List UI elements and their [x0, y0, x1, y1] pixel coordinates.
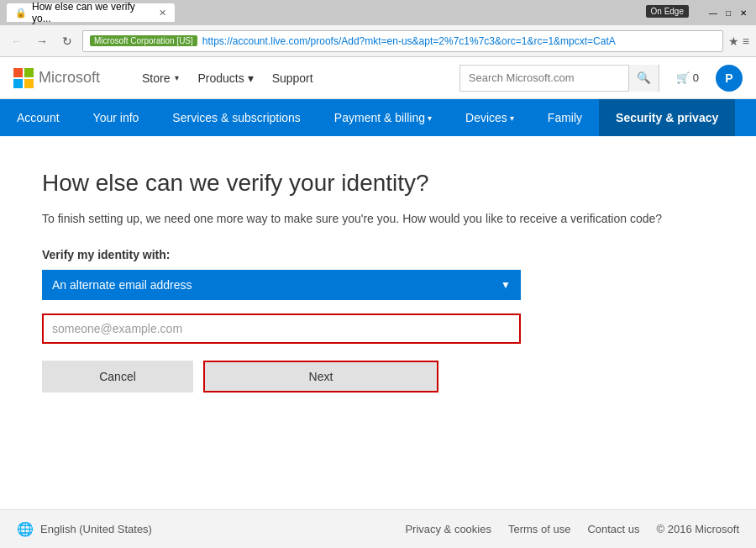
url-text: https://account.live.com/proofs/Add?mkt=…	[202, 35, 616, 47]
nav-devices[interactable]: Devices ▾	[449, 99, 531, 136]
nav-security-privacy[interactable]: Security & privacy	[599, 99, 735, 136]
email-input-wrap	[42, 314, 714, 344]
button-row: Cancel Next	[42, 361, 714, 393]
nav-store[interactable]: Store ▾	[134, 68, 187, 88]
browser-tab[interactable]: 🔒 How else can we verify yo... ✕	[7, 3, 175, 22]
page-title: How else can we verify your identity?	[42, 170, 714, 197]
minimize-button[interactable]: —	[707, 7, 719, 18]
devices-chevron: ▾	[510, 113, 514, 123]
footer-links: Privacy & cookies Terms of use Contact u…	[405, 523, 739, 535]
globe-icon: 🌐	[17, 521, 34, 537]
menu-icon[interactable]: ≡	[743, 34, 749, 48]
address-bar: ← → ↻ Microsoft Corporation [US] https:/…	[0, 25, 756, 57]
nav-services-subscriptions[interactable]: Services & subscriptions	[155, 99, 318, 136]
address-bar-icons: ★ ≡	[728, 34, 749, 48]
nav-payment-billing[interactable]: Payment & billing ▾	[318, 99, 449, 136]
account-nav: Account Your info Services & subscriptio…	[0, 99, 756, 136]
nav-your-info[interactable]: Your info	[76, 99, 156, 136]
close-button[interactable]: ✕	[738, 7, 749, 18]
next-button[interactable]: Next	[203, 361, 438, 393]
user-avatar[interactable]: P	[716, 65, 743, 92]
main-content: How else can we verify your identity? To…	[0, 136, 756, 426]
window-controls: — □ ✕	[707, 7, 749, 18]
ssl-badge: Microsoft Corporation [US]	[90, 35, 197, 46]
page-description: To finish setting up, we need one more w…	[42, 210, 714, 228]
search-input[interactable]	[460, 66, 628, 91]
url-bar[interactable]: Microsoft Corporation [US] https://accou…	[82, 30, 723, 52]
back-button[interactable]: ←	[7, 31, 27, 51]
dropdown-arrow-icon: ▼	[501, 279, 511, 291]
nav-family[interactable]: Family	[531, 99, 599, 136]
tab-close-button[interactable]: ✕	[159, 8, 166, 18]
language-label: English (United States)	[40, 523, 152, 535]
nav-products[interactable]: Products ▾	[189, 68, 261, 88]
search-box: 🔍	[459, 65, 659, 92]
footer: 🌐 English (United States) Privacy & cook…	[0, 509, 756, 548]
top-nav-links: Store ▾ Products ▾ Support	[134, 68, 322, 88]
verify-label: Verify my identity with:	[42, 248, 714, 261]
dropdown-selected-value: An alternate email address	[52, 278, 192, 292]
contact-us-link[interactable]: Contact us	[587, 523, 639, 535]
copyright: © 2016 Microsoft	[657, 523, 739, 535]
on-edge-badge: On Edge	[646, 5, 689, 18]
ms-logo-text: Microsoft	[39, 69, 100, 87]
search-button[interactable]: 🔍	[628, 65, 659, 92]
payment-chevron: ▾	[428, 113, 432, 123]
store-chevron: ▾	[175, 73, 179, 82]
email-input[interactable]	[42, 314, 521, 344]
top-nav: Microsoft Store ▾ Products ▾ Support 🔍 🛒…	[0, 57, 756, 99]
identity-method-dropdown[interactable]: An alternate email address ▼	[42, 270, 521, 300]
cancel-button[interactable]: Cancel	[42, 361, 193, 393]
refresh-button[interactable]: ↻	[57, 31, 77, 51]
ms-logo-icon	[13, 68, 34, 88]
microsoft-logo[interactable]: Microsoft	[13, 68, 100, 88]
cart-icon[interactable]: 🛒0	[676, 71, 699, 84]
forward-button[interactable]: →	[32, 31, 52, 51]
window-chrome: 🔒 How else can we verify yo... ✕ On Edge…	[0, 0, 756, 25]
terms-of-use-link[interactable]: Terms of use	[508, 523, 570, 535]
privacy-cookies-link[interactable]: Privacy & cookies	[405, 523, 491, 535]
tab-title: How else can we verify yo...	[32, 1, 154, 24]
favorite-icon[interactable]: ★	[728, 34, 739, 48]
nav-account[interactable]: Account	[0, 99, 76, 136]
cart-count: 0	[693, 71, 699, 84]
nav-support[interactable]: Support	[264, 68, 322, 88]
maximize-button[interactable]: □	[722, 7, 734, 18]
footer-language: 🌐 English (United States)	[17, 521, 152, 537]
identity-method-dropdown-wrap: An alternate email address ▼	[42, 270, 714, 300]
